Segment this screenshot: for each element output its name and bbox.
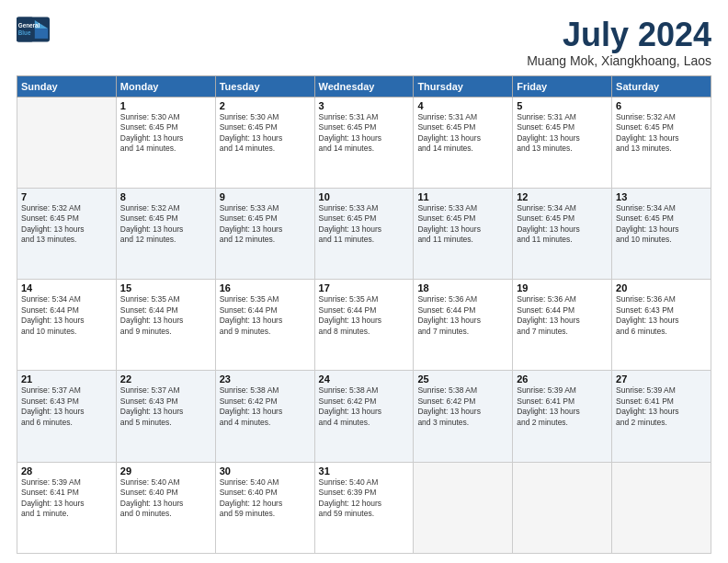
calendar-header-row: Sunday Monday Tuesday Wednesday Thursday… [17,75,711,97]
day-number: 12 [517,191,608,202]
main-title: July 2024 [527,17,711,53]
day-number: 16 [220,282,311,293]
day-number: 28 [21,465,112,477]
table-row: 8Sunrise: 5:32 AM Sunset: 6:45 PM Daylig… [116,188,215,279]
table-row: 14Sunrise: 5:34 AM Sunset: 6:44 PM Dayli… [17,280,117,371]
table-row: 23Sunrise: 5:38 AM Sunset: 6:42 PM Dayli… [215,371,314,462]
day-info: Sunrise: 5:38 AM Sunset: 6:42 PM Dayligh… [319,385,410,428]
day-number: 27 [616,373,707,385]
day-number: 26 [517,373,608,385]
day-info: Sunrise: 5:35 AM Sunset: 6:44 PM Dayligh… [319,294,410,337]
title-block: July 2024 Muang Mok, Xiangkhoang, Laos [527,17,711,68]
col-saturday: Saturday [612,75,711,97]
day-number: 8 [120,191,211,202]
day-number: 20 [616,282,707,293]
day-number: 31 [319,465,410,477]
svg-text:Blue: Blue [18,29,31,36]
day-number: 13 [616,191,707,202]
day-number: 3 [319,100,410,111]
table-row: 30Sunrise: 5:40 AM Sunset: 6:40 PM Dayli… [215,462,314,553]
day-info: Sunrise: 5:40 AM Sunset: 6:40 PM Dayligh… [220,477,311,520]
table-row: 4Sunrise: 5:31 AM Sunset: 6:45 PM Daylig… [414,97,513,188]
day-info: Sunrise: 5:30 AM Sunset: 6:45 PM Dayligh… [120,112,211,155]
calendar-week-row: 28Sunrise: 5:39 AM Sunset: 6:41 PM Dayli… [17,462,711,553]
day-info: Sunrise: 5:33 AM Sunset: 6:45 PM Dayligh… [220,203,311,246]
table-row [612,462,711,553]
col-friday: Friday [513,75,612,97]
day-info: Sunrise: 5:32 AM Sunset: 6:45 PM Dayligh… [616,112,707,155]
day-info: Sunrise: 5:35 AM Sunset: 6:44 PM Dayligh… [220,294,311,337]
day-info: Sunrise: 5:40 AM Sunset: 6:39 PM Dayligh… [319,477,410,520]
svg-marker-2 [35,29,48,39]
day-number: 10 [319,191,410,202]
day-info: Sunrise: 5:35 AM Sunset: 6:44 PM Dayligh… [120,294,211,337]
day-number: 24 [319,373,410,385]
day-number: 30 [220,465,311,477]
table-row: 17Sunrise: 5:35 AM Sunset: 6:44 PM Dayli… [314,280,414,371]
day-info: Sunrise: 5:36 AM Sunset: 6:44 PM Dayligh… [417,294,508,337]
day-info: Sunrise: 5:31 AM Sunset: 6:45 PM Dayligh… [319,112,410,155]
day-number: 9 [220,191,311,202]
day-info: Sunrise: 5:38 AM Sunset: 6:42 PM Dayligh… [220,385,311,428]
day-number: 11 [417,191,508,202]
day-info: Sunrise: 5:36 AM Sunset: 6:43 PM Dayligh… [616,294,707,337]
calendar-week-row: 1Sunrise: 5:30 AM Sunset: 6:45 PM Daylig… [17,97,711,188]
table-row: 1Sunrise: 5:30 AM Sunset: 6:45 PM Daylig… [116,97,215,188]
day-number: 22 [120,373,211,385]
table-row: 11Sunrise: 5:33 AM Sunset: 6:45 PM Dayli… [414,188,513,279]
table-row: 18Sunrise: 5:36 AM Sunset: 6:44 PM Dayli… [414,280,513,371]
calendar-week-row: 14Sunrise: 5:34 AM Sunset: 6:44 PM Dayli… [17,280,711,371]
table-row: 7Sunrise: 5:32 AM Sunset: 6:45 PM Daylig… [17,188,117,279]
table-row: 3Sunrise: 5:31 AM Sunset: 6:45 PM Daylig… [314,97,414,188]
table-row [414,462,513,553]
page: General Blue July 2024 Muang Mok, Xiangk… [0,0,728,563]
day-info: Sunrise: 5:37 AM Sunset: 6:43 PM Dayligh… [21,385,112,428]
calendar-table: Sunday Monday Tuesday Wednesday Thursday… [17,75,711,554]
table-row: 9Sunrise: 5:33 AM Sunset: 6:45 PM Daylig… [215,188,314,279]
day-number: 23 [220,373,311,385]
col-sunday: Sunday [17,75,117,97]
table-row: 31Sunrise: 5:40 AM Sunset: 6:39 PM Dayli… [314,462,414,553]
day-info: Sunrise: 5:37 AM Sunset: 6:43 PM Dayligh… [120,385,211,428]
day-number: 17 [319,282,410,293]
table-row: 5Sunrise: 5:31 AM Sunset: 6:45 PM Daylig… [513,97,612,188]
table-row: 19Sunrise: 5:36 AM Sunset: 6:44 PM Dayli… [513,280,612,371]
table-row: 2Sunrise: 5:30 AM Sunset: 6:45 PM Daylig… [215,97,314,188]
day-number: 19 [517,282,608,293]
table-row: 12Sunrise: 5:34 AM Sunset: 6:45 PM Dayli… [513,188,612,279]
table-row: 27Sunrise: 5:39 AM Sunset: 6:41 PM Dayli… [612,371,711,462]
table-row: 13Sunrise: 5:34 AM Sunset: 6:45 PM Dayli… [612,188,711,279]
day-info: Sunrise: 5:39 AM Sunset: 6:41 PM Dayligh… [517,385,608,428]
day-number: 6 [616,100,707,111]
day-number: 4 [417,100,508,111]
day-number: 25 [417,373,508,385]
col-wednesday: Wednesday [314,75,414,97]
day-info: Sunrise: 5:32 AM Sunset: 6:45 PM Dayligh… [21,203,112,246]
col-thursday: Thursday [414,75,513,97]
day-info: Sunrise: 5:33 AM Sunset: 6:45 PM Dayligh… [319,203,410,246]
table-row: 20Sunrise: 5:36 AM Sunset: 6:43 PM Dayli… [612,280,711,371]
day-info: Sunrise: 5:40 AM Sunset: 6:40 PM Dayligh… [120,477,211,520]
table-row: 26Sunrise: 5:39 AM Sunset: 6:41 PM Dayli… [513,371,612,462]
table-row: 24Sunrise: 5:38 AM Sunset: 6:42 PM Dayli… [314,371,414,462]
day-number: 18 [417,282,508,293]
day-number: 21 [21,373,112,385]
col-monday: Monday [116,75,215,97]
day-info: Sunrise: 5:30 AM Sunset: 6:45 PM Dayligh… [220,112,311,155]
day-info: Sunrise: 5:34 AM Sunset: 6:45 PM Dayligh… [616,203,707,246]
header: General Blue July 2024 Muang Mok, Xiangk… [17,17,711,68]
table-row: 6Sunrise: 5:32 AM Sunset: 6:45 PM Daylig… [612,97,711,188]
table-row [513,462,612,553]
day-info: Sunrise: 5:33 AM Sunset: 6:45 PM Dayligh… [417,203,508,246]
table-row [17,97,117,188]
day-info: Sunrise: 5:39 AM Sunset: 6:41 PM Dayligh… [21,477,112,520]
table-row: 21Sunrise: 5:37 AM Sunset: 6:43 PM Dayli… [17,371,117,462]
day-info: Sunrise: 5:38 AM Sunset: 6:42 PM Dayligh… [417,385,508,428]
subtitle: Muang Mok, Xiangkhoang, Laos [527,53,711,68]
col-tuesday: Tuesday [215,75,314,97]
logo: General Blue [17,17,50,42]
table-row: 29Sunrise: 5:40 AM Sunset: 6:40 PM Dayli… [116,462,215,553]
day-number: 14 [21,282,112,293]
calendar-week-row: 21Sunrise: 5:37 AM Sunset: 6:43 PM Dayli… [17,371,711,462]
table-row: 10Sunrise: 5:33 AM Sunset: 6:45 PM Dayli… [314,188,414,279]
